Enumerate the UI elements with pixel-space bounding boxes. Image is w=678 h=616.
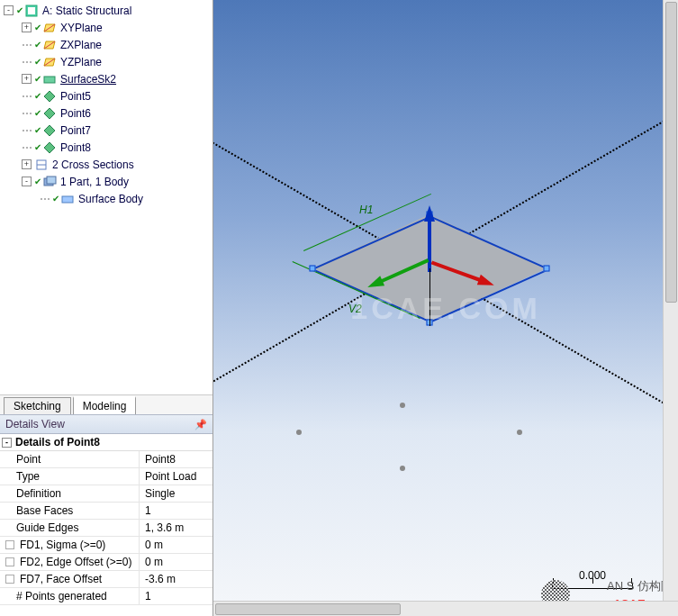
property-row[interactable]: DefinitionSingle <box>0 485 212 503</box>
check-icon: ✔ <box>34 108 41 118</box>
details-section-header[interactable]: - Details of Point8 <box>0 434 212 451</box>
tree-connector: ⋯ <box>22 124 32 137</box>
tree-item[interactable]: ⋯✔Point8 <box>0 139 212 156</box>
tree-item[interactable]: -✔1 Part, 1 Body <box>0 173 212 190</box>
check-icon: ✔ <box>34 57 41 67</box>
tree-connector: ⋯ <box>22 141 32 154</box>
plane-icon <box>42 38 57 52</box>
point-icon <box>42 140 57 155</box>
expand-icon[interactable]: + <box>22 159 32 169</box>
tree-item[interactable]: ⋯✔Point5 <box>0 87 212 104</box>
vertical-scrollbar[interactable] <box>663 0 678 601</box>
svg-rect-16 <box>47 177 56 184</box>
vertex-point[interactable] <box>310 266 316 272</box>
tree-label: SurfaceSk2 <box>60 73 116 86</box>
tree-item[interactable]: ⋯✔ZXPlane <box>0 36 212 53</box>
property-label: Point <box>0 451 140 467</box>
check-icon: ✔ <box>34 125 41 135</box>
property-value[interactable]: -3.6 m <box>140 571 212 587</box>
pin-icon[interactable]: 📌 <box>194 419 207 430</box>
watermark-center: 1CAE.COM <box>350 291 540 326</box>
collapse-icon[interactable]: - <box>2 438 12 448</box>
property-row[interactable]: # Points generated1 <box>0 588 212 605</box>
point-icon <box>42 123 57 138</box>
tree-label: Point5 <box>60 90 91 103</box>
collapse-icon[interactable]: - <box>4 5 14 15</box>
tree-connector: ⋯ <box>22 90 32 103</box>
property-row[interactable]: Base Faces1 <box>0 503 212 520</box>
body-icon <box>42 175 57 189</box>
expand-icon[interactable]: + <box>22 23 32 32</box>
check-icon: ✔ <box>34 40 41 50</box>
svg-marker-11 <box>44 125 55 136</box>
property-value[interactable]: 1, 3.6 m <box>140 520 212 536</box>
plane-icon <box>42 21 57 35</box>
property-value[interactable]: 1 <box>140 588 212 604</box>
tab-modeling[interactable]: Modeling <box>73 396 137 414</box>
property-label: FD7, Face Offset <box>0 571 140 587</box>
property-value[interactable]: 1 <box>140 503 212 519</box>
collapse-icon[interactable]: - <box>22 177 32 186</box>
property-row[interactable]: FD1, Sigma (>=0)0 m <box>0 537 212 554</box>
property-value[interactable]: Point Load <box>140 468 212 485</box>
property-row[interactable]: Guide Edges1, 3.6 m <box>0 520 212 537</box>
tree-item[interactable]: +✔XYPlane <box>0 19 212 36</box>
load-point[interactable] <box>400 403 405 408</box>
point-icon <box>42 89 57 104</box>
tree-item[interactable]: ⋯✔Surface Body <box>0 190 212 207</box>
tree-item[interactable]: +✔SurfaceSk2 <box>0 70 212 87</box>
load-point[interactable] <box>400 466 405 471</box>
outline-tree[interactable]: - ✔ A: Static Structural +✔XYPlane⋯✔ZXPl… <box>0 0 212 394</box>
tree-item[interactable]: ⋯✔YZPlane <box>0 53 212 70</box>
svg-rect-1 <box>28 7 35 14</box>
property-label: Type <box>0 468 140 485</box>
tree-root-row[interactable]: - ✔ A: Static Structural <box>0 2 212 19</box>
property-row[interactable]: PointPoint8 <box>0 451 212 468</box>
tree-label: ZXPlane <box>60 39 102 51</box>
load-point[interactable] <box>296 430 302 435</box>
tree-label: YZPlane <box>60 56 102 68</box>
property-label: FD2, Edge Offset (>=0) <box>0 554 140 570</box>
fd-checkbox[interactable] <box>5 575 14 584</box>
check-icon: ✔ <box>34 177 41 186</box>
details-grid: - Details of Point8 PointPoint8TypePoint… <box>0 434 212 616</box>
property-row[interactable]: TypePoint Load <box>0 468 212 485</box>
tree-item[interactable]: +2 Cross Sections <box>0 156 212 173</box>
load-point[interactable] <box>517 430 522 435</box>
tree-connector: ⋯ <box>22 56 32 68</box>
left-panel: - ✔ A: Static Structural +✔XYPlane⋯✔ZXPl… <box>0 0 213 616</box>
svg-rect-17 <box>62 196 73 203</box>
tab-sketching[interactable]: Sketching <box>4 397 71 414</box>
tree-tabs: Sketching Modeling <box>0 394 212 414</box>
property-value[interactable]: Single <box>140 485 212 502</box>
horizontal-scrollbar[interactable] <box>213 601 678 616</box>
fd-checkbox[interactable] <box>5 540 14 549</box>
tree-connector: ⋯ <box>40 193 50 205</box>
model-icon <box>24 4 39 18</box>
fd-checkbox[interactable] <box>5 557 14 566</box>
property-value[interactable]: 0 m <box>140 537 212 553</box>
tree-item[interactable]: ⋯✔Point6 <box>0 104 212 122</box>
details-title: Details View <box>5 418 65 430</box>
vertex-point[interactable] <box>544 266 550 272</box>
tree-label: Surface Body <box>78 193 143 205</box>
tree-label: Point6 <box>60 107 91 120</box>
svg-marker-12 <box>44 142 55 153</box>
svg-rect-8 <box>44 77 55 83</box>
property-value[interactable]: Point8 <box>140 451 212 467</box>
sbody-icon <box>60 192 75 206</box>
property-value[interactable]: 0 m <box>140 554 212 570</box>
tree-label: Point7 <box>60 124 91 137</box>
dimension-label-h1: H1 <box>359 204 373 216</box>
point-icon <box>42 106 57 121</box>
tree-label: 2 Cross Sections <box>52 159 134 171</box>
property-row[interactable]: FD2, Edge Offset (>=0)0 m <box>0 554 212 571</box>
surface-icon <box>42 72 57 86</box>
details-header: Details View 📌 <box>0 414 212 434</box>
tree-label: A: Static Structural <box>42 5 131 17</box>
tree-item[interactable]: ⋯✔Point7 <box>0 122 212 139</box>
graphics-viewport[interactable]: H1 V2 1CAE.COM 0.000 AN S 仿构院 w <box>213 0 678 616</box>
property-row[interactable]: FD7, Face Offset-3.6 m <box>0 571 212 588</box>
check-icon: ✔ <box>16 5 23 15</box>
expand-icon[interactable]: + <box>22 74 32 84</box>
